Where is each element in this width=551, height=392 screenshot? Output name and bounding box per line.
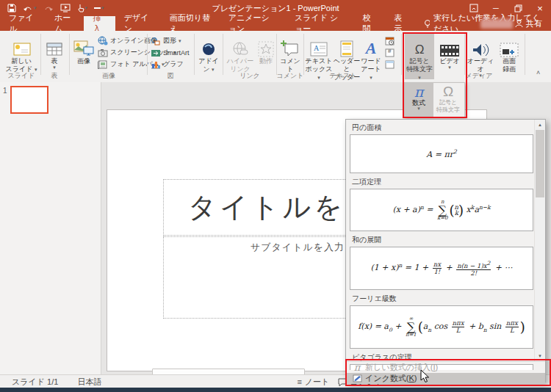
slide-thumbnail-pane: 1 [0, 82, 101, 374]
group-label-images: 画像 [71, 71, 147, 81]
chart-icon [151, 60, 161, 69]
collapse-ribbon-button[interactable]: ˄ [536, 69, 540, 76]
photo-album-icon [98, 59, 108, 69]
date-time-icon [385, 36, 395, 46]
addins-label: アドイ [195, 57, 222, 65]
gallery-section-label: フーリエ級数 [346, 290, 545, 305]
chevron-down-icon: ▾ [85, 6, 88, 10]
omega-icon: Ω [433, 84, 463, 99]
chart-button[interactable]: グラフ [151, 59, 184, 70]
wordart-label: ワード [361, 57, 381, 65]
tab-view[interactable]: 表示 [385, 16, 417, 31]
equation-text: (1 + x)n = 1 + nx1! + n(n − 1)x22! + ⋯ [370, 260, 512, 277]
symbol-menu-label2: 特殊文字 [433, 106, 463, 114]
equation-item-binomial[interactable]: (x + a)n = n∑k=0(nk) xkan−k [350, 189, 533, 231]
equation-gallery-dropdown: 円の面積 A = πr2 二項定理 (x + a)n = n∑k=0(nk) x… [345, 119, 546, 382]
gallery-section-label: 二項定理 [346, 173, 545, 189]
picture-label: 画像 [77, 57, 90, 65]
tab-animations[interactable]: アニメーション [220, 16, 286, 31]
touch-mode-button[interactable]: ▾ [77, 4, 88, 12]
screen-recording-label: 画面 [496, 57, 522, 65]
header-footer-icon [333, 32, 361, 57]
equation-menu-button[interactable]: π 数式 ▾ [404, 83, 433, 117]
chevron-down-icon: ▾ [101, 6, 104, 10]
equation-item-fourier[interactable]: f(x) = a0 + ∞∑n=1(an cos nπxL + bn sin n… [350, 305, 533, 349]
notes-icon: ≡ [297, 377, 301, 386]
symbol-button[interactable]: Ω 記号と 特殊文字 ▾ [405, 32, 434, 79]
group-label-comments: コメント [275, 71, 306, 81]
addins-button[interactable]: アドイ ン ▾ [195, 32, 222, 79]
smartart-label: SmartArt [163, 49, 190, 57]
gallery-scrollbar[interactable]: ▲ ▼ [534, 120, 545, 361]
slide-number-button[interactable]: # [385, 47, 395, 58]
start-slideshow-button[interactable] [60, 4, 71, 12]
user-account-blurred[interactable] [480, 19, 513, 29]
gallery-footer-menu: π 新しい数式の挿入(I) インク数式(K) [346, 361, 545, 384]
chevron-down-icon: ▾ [436, 65, 464, 70]
tab-design[interactable]: デザイン [115, 16, 161, 31]
notes-label: ノート [305, 377, 330, 388]
comment-label: コメント [280, 57, 300, 73]
notes-button[interactable]: ≡ ノート [297, 377, 329, 388]
redo-button[interactable] [43, 4, 54, 12]
tab-insert[interactable]: 挿入 [84, 16, 115, 31]
hyperlink-icon [225, 32, 256, 57]
addins-label2: ン [203, 65, 209, 73]
group-label-links: リンク [225, 71, 275, 81]
object-button[interactable] [385, 59, 395, 70]
scroll-down-button[interactable]: ▼ [535, 351, 545, 360]
audio-icon [466, 32, 495, 57]
divider [147, 34, 148, 75]
ribbon-tab-row: ファイル ホーム 挿入 デザイン 画面切り替え アニメーション スライド ショー… [0, 16, 551, 31]
hyperlink-label: ハイパーリンク [227, 57, 254, 73]
save-icon [7, 4, 16, 12]
action-label: 動作 [259, 57, 273, 65]
screen-recording-icon [496, 32, 522, 57]
hash-glyph: # [388, 48, 391, 54]
divider [464, 34, 465, 75]
ink-equation-menu-item[interactable]: インク数式(K) [346, 373, 545, 384]
screenshot-icon [98, 48, 108, 57]
online-pictures-button[interactable]: オンライン画像 [98, 35, 157, 46]
addins-icon [195, 32, 222, 57]
scroll-up-button[interactable]: ▲ [535, 120, 545, 129]
shapes-button[interactable]: 図形 ▾ [151, 35, 181, 46]
tab-slideshow[interactable]: スライド ショー [286, 16, 354, 31]
symbol-label: 記号と [405, 57, 434, 65]
ribbon: 新しい スライド ▾ 表 ▾ 画像 オンライン画像 スクリーンショット ▾ フォ… [0, 31, 551, 83]
slide-thumbnail-number: 1 [3, 87, 7, 95]
scrollbar-thumb[interactable] [536, 130, 544, 197]
table-icon [43, 32, 66, 57]
save-button[interactable] [7, 4, 16, 12]
touch-icon [77, 4, 84, 12]
taskbar-edge [0, 388, 551, 392]
share-button[interactable]: 共有 [509, 16, 548, 31]
bar-icon [94, 7, 101, 10]
audio-label: オーディオ [467, 57, 494, 73]
tab-review[interactable]: 校閲 [354, 16, 386, 31]
equation-item-expansion[interactable]: (1 + x)n = 1 + nx1! + n(n − 1)x22! + ⋯ [350, 247, 533, 290]
mouse-cursor [420, 369, 430, 383]
customize-qat-button[interactable]: ▾ [94, 6, 104, 10]
ribbon-display-icon [469, 4, 478, 12]
language-indicator[interactable]: 日本語 [77, 377, 101, 388]
new-slide-label: 新しい [4, 57, 38, 65]
divider [401, 34, 402, 75]
slide-thumbnail[interactable] [10, 86, 48, 114]
undo-button[interactable]: ▾ [23, 4, 37, 12]
group-label-media: メディア [441, 71, 517, 81]
date-time-button[interactable] [385, 35, 395, 46]
video-label: ビデオ [439, 57, 460, 65]
equation-item-circle-area[interactable]: A = πr2 [350, 134, 533, 173]
tab-file[interactable]: ファイル [0, 16, 46, 31]
slideshow-icon [60, 4, 71, 12]
divider [69, 34, 70, 75]
tab-home[interactable]: ホーム [46, 16, 84, 31]
chevron-down-icon: ▾ [418, 75, 421, 80]
tab-transitions[interactable]: 画面切り替え [161, 16, 220, 31]
smartart-button[interactable]: SmartArt [151, 47, 190, 58]
svg-text:A: A [314, 44, 320, 52]
video-icon [436, 32, 464, 57]
wordart-icon: A [361, 32, 381, 57]
object-icon [385, 60, 395, 69]
